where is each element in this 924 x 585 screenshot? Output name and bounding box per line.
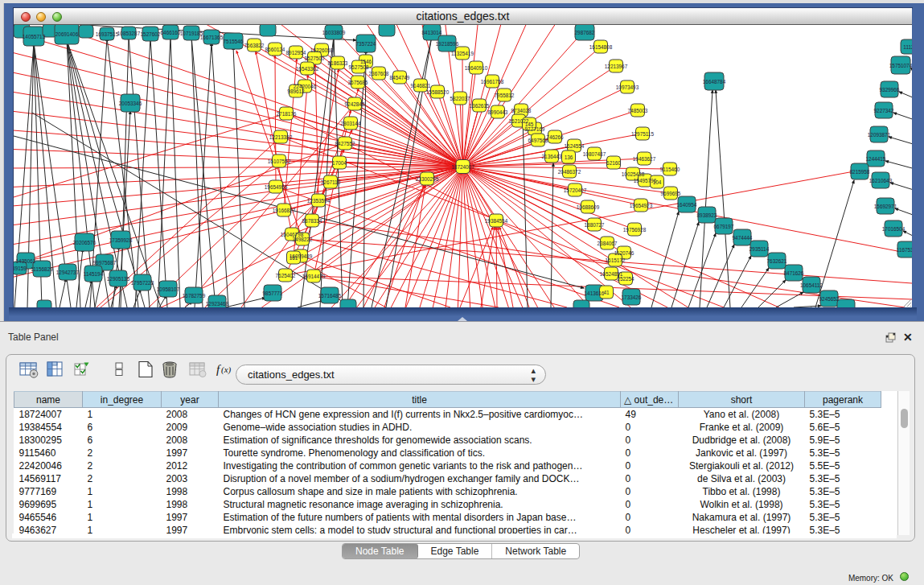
svg-text:1640954: 1640954 [677, 202, 697, 208]
svg-text:12353594: 12353594 [307, 198, 331, 204]
svg-text:252254: 252254 [617, 276, 634, 282]
svg-text:1362615: 1362615 [470, 103, 490, 109]
svg-text:15751074: 15751074 [889, 63, 912, 68]
svg-text:12975115: 12975115 [631, 131, 654, 137]
svg-text:7663822: 7663822 [244, 43, 265, 48]
svg-text:12093871: 12093871 [868, 132, 891, 138]
svg-text:11156829: 11156829 [31, 266, 53, 272]
svg-text:6466160: 6466160 [161, 30, 181, 35]
svg-text:8413014: 8413014 [422, 30, 442, 35]
svg-text:2136443: 2136443 [542, 154, 562, 159]
svg-text:16648784: 16648784 [703, 79, 726, 84]
svg-text:19166827: 19166827 [273, 208, 296, 213]
svg-text:7485003: 7485003 [628, 108, 648, 113]
svg-text:1120746: 1120746 [614, 250, 634, 256]
svg-text:9777169: 9777169 [525, 126, 545, 132]
svg-text:11325419: 11325419 [451, 51, 474, 56]
svg-text:12923468: 12923468 [206, 301, 229, 307]
svg-text:2803144: 2803144 [341, 121, 361, 126]
svg-text:7625402: 7625402 [276, 273, 296, 278]
svg-text:19463627: 19463627 [633, 156, 656, 162]
svg-text:9734028: 9734028 [511, 108, 532, 113]
svg-text:17004: 17004 [332, 160, 347, 166]
svg-text:10654112: 10654112 [800, 282, 823, 288]
svg-text:2935114: 2935114 [749, 246, 770, 252]
svg-text:9146821: 9146821 [411, 83, 431, 89]
svg-text:16961758: 16961758 [481, 79, 504, 84]
svg-text:19384554: 19384554 [485, 218, 508, 224]
svg-text:18724007: 18724007 [451, 164, 474, 170]
svg-text:19654923: 19654923 [630, 203, 653, 208]
svg-text:9115460: 9115460 [660, 167, 680, 172]
svg-text:10025438: 10025438 [622, 171, 645, 177]
svg-text:104: 104 [653, 179, 662, 185]
svg-text:20486372: 20486372 [558, 169, 581, 175]
svg-text:1435061: 1435061 [16, 258, 36, 264]
svg-text:1546: 1546 [360, 59, 372, 64]
svg-text:19654955: 19654955 [265, 184, 288, 190]
svg-text:989612: 989612 [287, 89, 305, 94]
svg-text:161: 161 [290, 255, 298, 261]
svg-text:9527500: 9527500 [305, 56, 325, 61]
svg-text:8471626: 8471626 [784, 270, 804, 276]
svg-text:16107552: 16107552 [268, 159, 291, 164]
svg-text:145: 145 [525, 122, 534, 127]
svg-text:10958107: 10958107 [157, 286, 180, 292]
svg-text:6497568: 6497568 [528, 138, 548, 143]
svg-text:(x): (x) [221, 365, 232, 375]
svg-text:9857771: 9857771 [263, 290, 283, 296]
svg-text:7955812: 7955812 [495, 93, 515, 98]
svg-text:8912954: 8912954 [286, 50, 306, 56]
svg-text:8186323: 8186323 [328, 60, 348, 66]
svg-text:41: 41 [603, 290, 610, 295]
svg-text:1413616: 1413616 [585, 290, 605, 296]
svg-text:20691406: 20691406 [55, 31, 79, 37]
svg-text:15716485: 15716485 [318, 293, 342, 299]
svg-text:1615172: 1615172 [606, 257, 626, 263]
svg-text:12942737: 12942737 [56, 270, 80, 275]
svg-text:1880727: 1880727 [585, 222, 605, 228]
svg-text:16033809: 16033809 [322, 30, 346, 35]
svg-text:8454749: 8454749 [390, 75, 410, 80]
svg-text:62160: 62160 [606, 160, 621, 166]
svg-text:16543362: 16543362 [296, 66, 319, 72]
svg-text:8215958: 8215958 [850, 169, 870, 175]
svg-text:17359928: 17359928 [109, 237, 133, 243]
svg-text:1112: 1112 [903, 44, 912, 50]
svg-text:16782759: 16782759 [183, 293, 206, 299]
svg-text:2367608: 2367608 [369, 71, 389, 76]
svg-text:16937515: 16937515 [96, 31, 119, 37]
svg-text:10688609: 10688609 [577, 204, 600, 210]
svg-text:10973493: 10973493 [616, 84, 639, 90]
svg-text:8878334: 8878334 [302, 218, 322, 224]
svg-text:1167534: 1167534 [897, 247, 912, 253]
svg-text:3675685: 3675685 [348, 80, 368, 85]
svg-text:12213382: 12213382 [269, 134, 293, 140]
svg-text:8938923: 8938923 [697, 212, 717, 218]
svg-text:1527602: 1527602 [141, 31, 161, 37]
svg-text:15226058: 15226058 [310, 47, 334, 53]
svg-text:16154808: 16154808 [589, 44, 613, 50]
svg-text:15588520: 15588520 [426, 89, 450, 95]
svg-text:12905135: 12905135 [107, 276, 130, 282]
svg-text:1624554: 1624554 [565, 143, 585, 149]
svg-text:8427552: 8427552 [335, 141, 355, 146]
svg-text:19218596: 19218596 [436, 41, 459, 47]
svg-text:17016504: 17016504 [882, 226, 906, 232]
svg-text:136: 136 [565, 154, 573, 160]
svg-text:9474444: 9474444 [733, 235, 753, 241]
svg-text:1244415: 1244415 [866, 156, 886, 162]
svg-text:3267110: 3267110 [321, 179, 341, 185]
svg-text:20053346: 20053346 [119, 101, 142, 106]
svg-text:15720407: 15720407 [564, 187, 587, 193]
svg-text:39159: 39159 [14, 266, 27, 271]
svg-text:2987682: 2987682 [575, 30, 595, 35]
svg-text:7515546: 7515546 [224, 39, 244, 44]
svg-text:9227342: 9227342 [874, 108, 894, 113]
svg-text:16914479: 16914479 [302, 274, 326, 279]
svg-text:9329966: 9329966 [880, 87, 900, 93]
svg-text:2718176: 2718176 [277, 111, 297, 117]
svg-text:8660124: 8660124 [265, 47, 285, 52]
svg-text:746266: 746266 [546, 134, 564, 140]
svg-text:19756928: 19756928 [623, 227, 647, 233]
